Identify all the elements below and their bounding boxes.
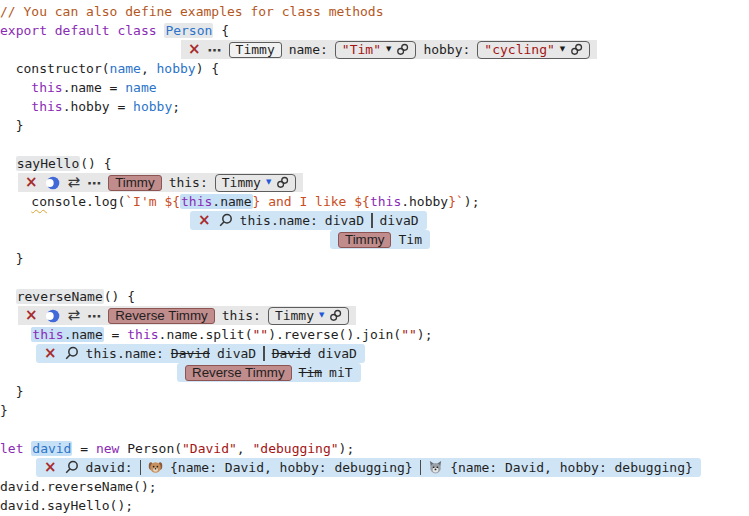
template-string-open: `I'm ${ (125, 194, 180, 209)
code-line-assign-hobby[interactable]: this.hobby = hobby; (0, 97, 749, 116)
code-line-reversename-declaration[interactable]: reverseName() { (0, 287, 749, 306)
code-editor: // You can also define examples for clas… (0, 0, 749, 515)
code-line-call-reversename[interactable]: david.reverseName(); (0, 477, 749, 496)
this-value-dropdown[interactable]: Timmy ▼ (215, 174, 297, 192)
magnifier-icon[interactable] (64, 346, 79, 361)
person-constructor-call: Person( (119, 441, 182, 456)
reversename-widget-row: × ⇄ ⋯ Reverse Timmy this: Timmy ▼ (0, 306, 749, 325)
name-param-label: name: (289, 40, 328, 59)
reversename-probe: × this.name: David divaD David divaD (36, 344, 365, 363)
code-line-comment[interactable]: // You can also define examples for clas… (0, 2, 749, 21)
close-icon[interactable]: × (188, 42, 201, 57)
code-line-reverse-assignment[interactable]: this.name = this.name.split("").reverse(… (0, 325, 749, 344)
active-example-chip[interactable]: Timmy (108, 175, 161, 191)
probe-label: david: (86, 458, 133, 477)
this-keyword: this (370, 194, 401, 209)
more-options-icon[interactable]: ⋯ (208, 43, 222, 57)
brace: } (0, 384, 23, 399)
example-name-button[interactable]: Timmy (229, 42, 282, 58)
example-value: Tim (398, 230, 421, 249)
hobby-value-dropdown[interactable]: "cycling" ▼ (477, 41, 590, 59)
code-line-close-brace[interactable]: } (0, 249, 749, 268)
this-value-dropdown[interactable]: Timmy ▼ (268, 307, 350, 325)
dog-face-icon (148, 460, 163, 475)
code-line-blank[interactable] (0, 420, 749, 439)
link-icon[interactable] (276, 176, 289, 189)
close-icon[interactable]: × (25, 175, 38, 190)
this-keyword: this (32, 327, 63, 342)
close-icon[interactable]: × (198, 213, 211, 228)
sayhello-probe-row2: Timmy Tim (0, 230, 749, 249)
method-name-sayhello: sayHello (16, 156, 81, 171)
link-icon[interactable] (570, 43, 583, 56)
magnifier-icon[interactable] (218, 213, 233, 228)
wolf-face-icon (428, 460, 443, 475)
comment-text: // You can also define examples for clas… (0, 4, 384, 19)
close-icon[interactable]: × (44, 460, 57, 475)
semicolon: ; (172, 99, 180, 114)
this-keyword: this (31, 80, 62, 95)
this-label: this: (169, 173, 208, 192)
comma: , (141, 61, 157, 76)
more-options-icon[interactable]: ⋯ (87, 176, 101, 190)
code-line-close-brace[interactable]: } (0, 382, 749, 401)
value-separator (140, 460, 142, 475)
indent (0, 327, 31, 342)
empty-string: "" (252, 327, 268, 342)
close-paren-brace: ) { (196, 61, 219, 76)
this-label: this: (222, 306, 261, 325)
toggle-half-circle-icon[interactable] (45, 176, 61, 190)
david-probe-row: × david: {name: David, hobby: debugging}… (0, 458, 749, 477)
console-warning-squiggle: co (31, 194, 47, 209)
code-line-constructor[interactable]: constructor(name, hobby) { (0, 59, 749, 78)
probe-new-value: divaD (217, 344, 256, 363)
comma: , (237, 441, 253, 456)
swap-arrows-icon[interactable]: ⇄ (68, 175, 81, 190)
close-icon[interactable]: × (44, 346, 57, 361)
sayhello-widget-bar: × ⇄ ⋯ Timmy this: Timmy ▼ (18, 173, 303, 192)
more-options-icon[interactable]: ⋯ (87, 309, 101, 323)
code-line-close-brace[interactable]: } (0, 116, 749, 135)
name-value-dropdown[interactable]: "Tim" ▼ (335, 41, 417, 59)
reversename-widget-bar: × ⇄ ⋯ Reverse Timmy this: Timmy ▼ (18, 306, 356, 325)
brace: } (0, 403, 8, 418)
code-line-assign-name[interactable]: this.name = name (0, 78, 749, 97)
david-identifier: david (31, 441, 72, 456)
example-chip[interactable]: Reverse Timmy (185, 365, 292, 381)
param-name: name (110, 61, 141, 76)
code-line-let-david[interactable]: let david = new Person("David", "debuggi… (0, 439, 749, 458)
example-chip[interactable]: Timmy (338, 232, 391, 248)
david-probe: × david: {name: David, hobby: debugging}… (36, 458, 701, 477)
probe-label: this.name: (240, 211, 318, 230)
call-statement: david.sayHello(); (0, 498, 133, 513)
hobby-param-label: hobby: (423, 40, 470, 59)
magnifier-icon[interactable] (64, 460, 79, 475)
link-icon[interactable] (329, 309, 342, 322)
close-paren-semicolon: ); (417, 327, 433, 342)
class-name-person: Person (164, 23, 213, 38)
chevron-down-icon: ▼ (266, 173, 271, 192)
code-line-blank[interactable] (0, 268, 749, 287)
probe-value: divaD (325, 211, 364, 230)
swap-arrows-icon[interactable]: ⇄ (68, 308, 81, 323)
code-line-sayhello-declaration[interactable]: sayHello() { (0, 154, 749, 173)
active-example-chip[interactable]: Reverse Timmy (108, 308, 215, 324)
sayhello-probe: × this.name: divaD divaD (190, 211, 427, 230)
template-string-middle: } and I like ${ (253, 194, 370, 209)
class-example-widget-bar: × ⋯ Timmy name: "Tim" ▼ hobby: "cycling"… (181, 40, 597, 59)
close-icon[interactable]: × (25, 308, 38, 323)
code-line-class-declaration[interactable]: export default class Person { (0, 21, 749, 40)
code-line-blank[interactable] (0, 135, 749, 154)
code-line-console-log[interactable]: console.log(`I'm ${this.name} and I like… (0, 192, 749, 211)
reversename-probe-row1: × this.name: David divaD David divaD (0, 344, 749, 363)
method-name-reversename: reverseName (16, 289, 104, 304)
indent (0, 194, 31, 209)
link-icon[interactable] (396, 43, 409, 56)
string-debugging: "debugging" (253, 441, 339, 456)
param-hobby: hobby (157, 61, 196, 76)
value-separator (371, 213, 373, 228)
code-line-close-brace[interactable]: } (0, 401, 749, 420)
code-line-call-sayhello[interactable]: david.sayHello(); (0, 496, 749, 515)
toggle-half-circle-icon[interactable] (45, 309, 61, 323)
probe-value: {name: David, hobby: debugging} (170, 458, 413, 477)
